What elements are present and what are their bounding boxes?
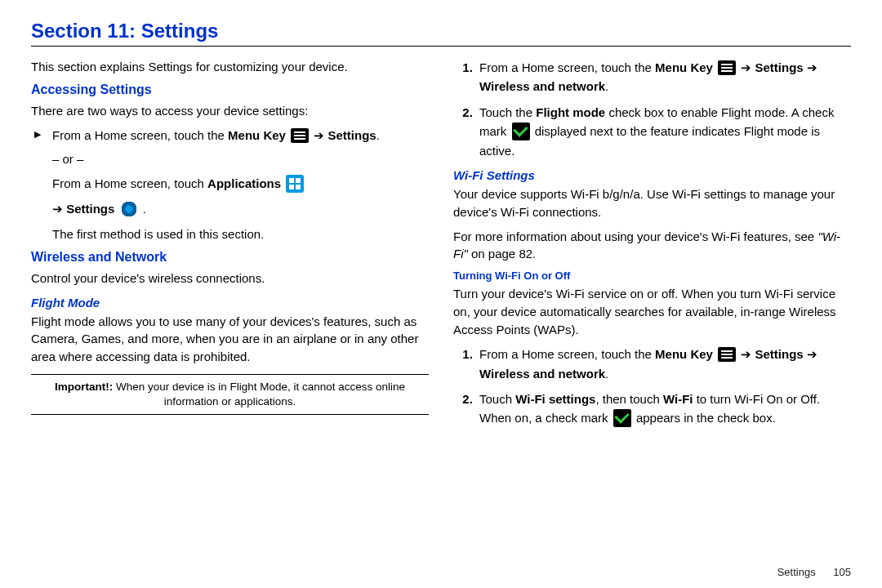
- section-title: Section 11: Settings: [31, 20, 851, 42]
- accessing-settings-heading: Accessing Settings: [31, 82, 429, 97]
- intro-text: This section explains Settings for custo…: [31, 58, 429, 76]
- turning-wifi-body: Turn your device's Wi-Fi service on or o…: [453, 285, 851, 338]
- step-1: From a Home screen, touch the Menu Key ➔…: [476, 58, 851, 96]
- text: .: [140, 202, 146, 216]
- access-method-1: From a Home screen, touch the Menu Key ➔…: [31, 127, 429, 145]
- text: For more information about using your de…: [453, 229, 817, 243]
- left-column: This section explains Settings for custo…: [31, 58, 429, 561]
- step-1: From a Home screen, touch the Menu Key ➔…: [476, 345, 851, 383]
- or-divider: – or –: [31, 150, 429, 168]
- arrow-icon: ➔: [314, 128, 324, 142]
- settings-label: Settings: [66, 202, 114, 216]
- checkmark-icon: [613, 409, 631, 427]
- wireless-network-label: Wireless and network: [479, 367, 605, 381]
- text: .: [376, 128, 380, 142]
- arrow-icon: ➔: [807, 60, 817, 74]
- right-column: From a Home screen, touch the Menu Key ➔…: [453, 58, 851, 561]
- text: Touch the: [479, 105, 536, 119]
- text: .: [605, 367, 608, 381]
- text: From a Home screen, touch the: [479, 60, 655, 74]
- wireless-network-label: Wireless and network: [479, 79, 605, 93]
- flight-mode-label: Flight mode: [536, 105, 605, 119]
- settings-label: Settings: [327, 128, 376, 142]
- turning-wifi-heading: Turning Wi-Fi On or Off: [453, 270, 851, 282]
- two-column-layout: This section explains Settings for custo…: [31, 58, 851, 561]
- wifi-label: Wi-Fi: [663, 392, 693, 406]
- step-2: Touch the Flight mode check box to enabl…: [476, 103, 851, 161]
- menu-key-icon: [718, 347, 736, 362]
- footer-section-label: Settings: [777, 566, 816, 578]
- text: Touch: [479, 392, 515, 406]
- accessing-note: The first method is used in this section…: [31, 225, 429, 243]
- text: From a Home screen, touch the: [52, 128, 228, 142]
- title-rule: [31, 46, 851, 47]
- text: .: [605, 79, 608, 93]
- apps-icon: [286, 175, 304, 193]
- settings-label: Settings: [755, 347, 803, 361]
- page-number: 105: [833, 566, 851, 578]
- applications-label: Applications: [207, 176, 281, 190]
- arrow-icon: ➔: [52, 202, 63, 216]
- flight-mode-steps: From a Home screen, touch the Menu Key ➔…: [453, 58, 851, 160]
- menu-key-icon: [291, 128, 309, 143]
- settings-gear-icon: [120, 200, 138, 218]
- wifi-settings-label: Wi-Fi settings: [515, 392, 595, 406]
- menu-key-label: Menu Key: [655, 347, 713, 361]
- menu-key-icon: [718, 60, 736, 75]
- text: on page 82.: [468, 247, 536, 261]
- settings-label: Settings: [755, 60, 803, 74]
- turning-wifi-steps: From a Home screen, touch the Menu Key ➔…: [453, 345, 851, 428]
- arrow-icon: ➔: [741, 60, 751, 74]
- arrow-icon: ➔: [741, 347, 751, 361]
- text: , then touch: [595, 392, 663, 406]
- wireless-lead: Control your device's wireless connectio…: [31, 270, 429, 287]
- text: From a Home screen, touch the: [479, 347, 655, 361]
- important-text: When your device is in Flight Mode, it c…: [113, 381, 405, 408]
- wifi-more-info: For more information about using your de…: [453, 228, 851, 264]
- wifi-settings-heading: Wi-Fi Settings: [453, 168, 851, 182]
- accessing-lead: There are two ways to access your device…: [31, 102, 429, 120]
- access-method-2a: From a Home screen, touch Applications: [31, 175, 429, 194]
- arrow-icon: ➔: [807, 347, 817, 361]
- wifi-body: Your device supports Wi-Fi b/g/n/a. Use …: [453, 185, 851, 221]
- important-label: Important!:: [55, 381, 113, 393]
- flight-mode-heading: Flight Mode: [31, 296, 429, 310]
- important-note: Important!: When your device is in Fligh…: [31, 374, 429, 415]
- text: displayed next to the feature indicates …: [479, 124, 820, 158]
- manual-page: Section 11: Settings This section explai…: [0, 0, 882, 588]
- page-footer: Settings 105: [31, 561, 851, 578]
- wireless-network-heading: Wireless and Network: [31, 250, 429, 265]
- checkmark-icon: [512, 122, 530, 140]
- flight-mode-body: Flight mode allows you to use many of yo…: [31, 313, 429, 366]
- access-method-2b: ➔ Settings .: [31, 200, 429, 219]
- menu-key-label: Menu Key: [655, 60, 713, 74]
- text: appears in the check box.: [636, 411, 776, 425]
- text: From a Home screen, touch: [52, 176, 207, 190]
- menu-key-label: Menu Key: [228, 128, 286, 142]
- step-2: Touch Wi-Fi settings, then touch Wi-Fi t…: [476, 390, 851, 428]
